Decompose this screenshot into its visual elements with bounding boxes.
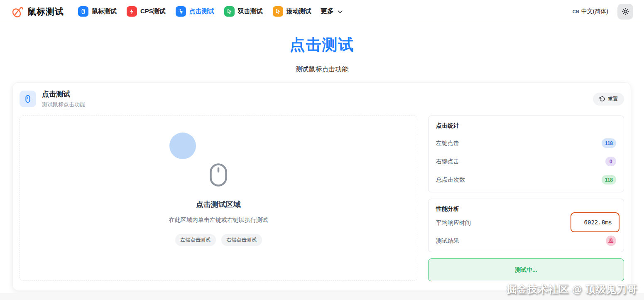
avg-response-row: 平均响应时间 6022.8ms bbox=[436, 218, 616, 228]
nav-more-label: 更多 bbox=[321, 7, 334, 16]
stat-row-total-clicks: 总点击次数 118 bbox=[436, 175, 616, 184]
lightning-icon bbox=[127, 6, 137, 17]
click-test-card: 点击测试 测试鼠标点击功能 重置 点击测试区域 在此区域 bbox=[12, 82, 631, 291]
main-nav: 鼠标测试 CPS测试 点击测试 bbox=[73, 4, 348, 19]
mouse-icon bbox=[209, 163, 228, 187]
mouse-icon bbox=[78, 6, 88, 17]
cursor-arrow-icon bbox=[224, 6, 235, 17]
nav-item-label: 滚动测试 bbox=[286, 7, 311, 15]
reset-button[interactable]: 重置 bbox=[593, 93, 624, 106]
left-click-count-badge: 118 bbox=[602, 138, 616, 148]
mouse-icon bbox=[20, 91, 36, 107]
sun-icon bbox=[622, 7, 629, 15]
card-subtitle: 测试鼠标点击功能 bbox=[42, 101, 85, 108]
performance-panel: 性能分析 平均响应时间 6022.8ms 测试结果 差 bbox=[428, 199, 624, 252]
cursor-arrow-icon bbox=[273, 6, 283, 17]
page-title: 点击测试 bbox=[0, 34, 644, 55]
right-click-count-badge: 0 bbox=[605, 157, 616, 166]
test-area-description: 在此区域内单击左键或右键以执行测试 bbox=[169, 216, 268, 224]
stats-sidebar: 点击统计 左键点击 118 右键点击 0 总点击次数 118 性能分析 平均响应… bbox=[428, 116, 624, 281]
avg-response-label: 平均响应时间 bbox=[436, 219, 471, 227]
language-switcher[interactable]: CN 中文(简体) bbox=[573, 8, 608, 15]
language-label: 中文(简体) bbox=[581, 8, 608, 15]
test-result-row: 测试结果 差 bbox=[436, 236, 616, 246]
language-code: CN bbox=[573, 9, 579, 14]
navbar: 鼠标测试 鼠标测试 CPS测试 bbox=[0, 0, 644, 23]
nav-item-cps-test[interactable]: CPS测试 bbox=[122, 4, 171, 19]
nav-item-click-test[interactable]: 点击测试 bbox=[171, 4, 219, 19]
test-result-badge: 差 bbox=[606, 236, 616, 246]
click-ripple bbox=[169, 133, 196, 159]
stats-panel-title: 点击统计 bbox=[436, 122, 616, 130]
nav-item-label: 双击测试 bbox=[238, 7, 263, 15]
nav-item-mouse-test[interactable]: 鼠标测试 bbox=[73, 4, 122, 19]
total-click-count-badge: 118 bbox=[602, 175, 616, 184]
stat-label: 左键点击 bbox=[436, 140, 459, 147]
avg-response-value: 6022.8ms bbox=[571, 212, 620, 232]
card-title: 点击测试 bbox=[42, 89, 85, 99]
stat-label: 总点击次数 bbox=[436, 176, 465, 184]
watermark: 掘金技术社区 @ 顶级鬼刀哥 bbox=[507, 283, 637, 296]
click-test-area[interactable]: 点击测试区域 在此区域内单击左键或右键以执行测试 左键点击测试 右键点击测试 bbox=[20, 116, 417, 281]
test-result-label: 测试结果 bbox=[436, 237, 459, 245]
logo-mouse-icon bbox=[11, 5, 24, 18]
card-content: 点击测试区域 在此区域内单击左键或右键以执行测试 左键点击测试 右键点击测试 点… bbox=[20, 116, 624, 281]
stat-row-right-click: 右键点击 0 bbox=[436, 157, 616, 166]
nav-item-scroll-test[interactable]: 滚动测试 bbox=[268, 4, 316, 19]
stat-label: 右键点击 bbox=[436, 158, 459, 165]
chevron-down-icon bbox=[337, 8, 343, 15]
page-subtitle: 测试鼠标点击功能 bbox=[0, 65, 644, 74]
left-click-hint-badge: 左键点击测试 bbox=[175, 234, 216, 246]
nav-item-label: 鼠标测试 bbox=[92, 7, 117, 15]
nav-more-menu[interactable]: 更多 bbox=[316, 5, 348, 18]
reset-label: 重置 bbox=[608, 96, 618, 103]
hero-section: 点击测试 测试鼠标点击功能 bbox=[0, 23, 644, 74]
logo-text: 鼠标测试 bbox=[27, 6, 64, 17]
site-logo[interactable]: 鼠标测试 bbox=[11, 5, 64, 18]
reset-icon bbox=[599, 96, 605, 102]
stat-row-left-click: 左键点击 118 bbox=[436, 138, 616, 148]
nav-item-label: 点击测试 bbox=[189, 7, 214, 15]
nav-item-label: CPS测试 bbox=[140, 7, 166, 15]
performance-panel-title: 性能分析 bbox=[436, 205, 616, 213]
navbar-right: CN 中文(简体) bbox=[573, 4, 633, 20]
theme-toggle-button[interactable] bbox=[617, 4, 633, 20]
card-header-text: 点击测试 测试鼠标点击功能 bbox=[42, 89, 85, 108]
click-cursor-icon bbox=[176, 6, 186, 17]
card-header: 点击测试 测试鼠标点击功能 重置 bbox=[20, 89, 624, 108]
test-hint-badges: 左键点击测试 右键点击测试 bbox=[175, 234, 262, 246]
test-area-title: 点击测试区域 bbox=[196, 199, 241, 209]
click-stats-panel: 点击统计 左键点击 118 右键点击 0 总点击次数 118 bbox=[428, 116, 624, 192]
testing-status-button[interactable]: 测试中... bbox=[428, 258, 624, 281]
nav-item-double-click-test[interactable]: 双击测试 bbox=[219, 4, 268, 19]
right-click-hint-badge: 右键点击测试 bbox=[221, 234, 262, 246]
